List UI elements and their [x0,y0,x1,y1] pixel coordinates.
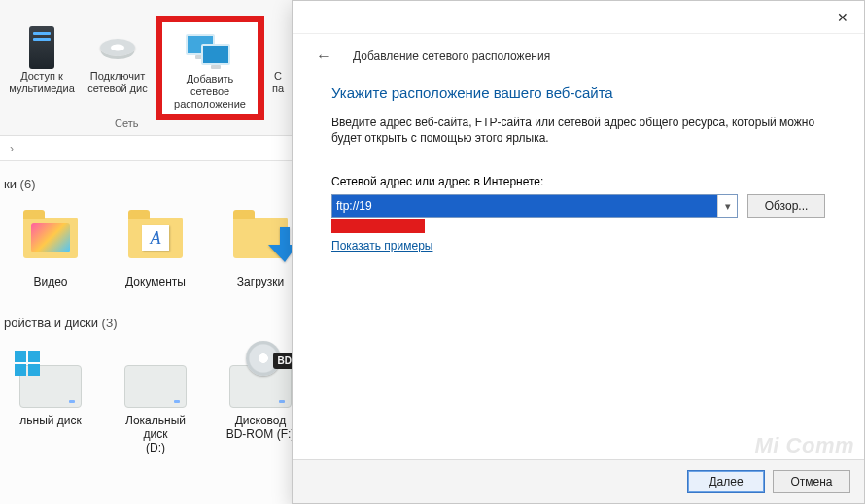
section-title: ки [4,177,17,191]
folder-documents[interactable]: Документы [115,207,196,288]
drive-icon [19,365,82,408]
device-local-disk-c[interactable]: льный диск [10,346,91,454]
folder-downloads[interactable]: Загрузки [220,207,301,288]
ribbon-add-network-location[interactable]: Добавить сетевое расположение [164,24,256,113]
button-label: Обзор... [765,199,809,213]
device-local-disk-d[interactable]: Локальный диск (D:) [115,346,196,454]
item-label: Локальный диск [125,414,186,441]
button-label: Далее [709,475,743,488]
section-count: (6) [20,177,36,191]
windows-badge-icon [15,351,42,378]
svg-rect-2 [15,364,26,376]
device-bdrom[interactable]: BD Дисковод BD-ROM (F:) [220,346,301,454]
ribbon-highlight: Добавить сетевое расположение [156,16,264,120]
ribbon-label: па [272,83,284,95]
item-label: (D:) [146,441,165,454]
close-button[interactable]: ✕ [821,1,864,33]
ribbon-label: Добавить сетевое [166,73,254,98]
ribbon-label: Подключит [87,70,147,83]
drive-icon: BD [229,365,292,408]
chevron-right-icon: › [6,142,17,155]
back-button[interactable]: ← [310,44,337,69]
address-input[interactable] [332,195,717,217]
item-label: Документы [115,275,196,288]
ribbon-cut-button[interactable]: С па [264,25,292,97]
drive-icon [100,39,135,56]
ribbon-map-drive[interactable]: Подключит сетевой дис [80,25,156,97]
ribbon-label: сетевой дис [87,83,147,95]
item-label: BD-ROM (F:) [226,427,295,441]
back-arrow-icon: ← [316,48,331,64]
item-label: льный диск [19,414,82,427]
add-network-location-dialog: ✕ ← Добавление сетевого расположения Ука… [292,0,865,504]
folder-video[interactable]: Видео [10,207,91,288]
dialog-instruction: Введите адрес веб-сайта, FTP-сайта или с… [331,115,825,146]
folder-icon [23,218,78,258]
next-button[interactable]: Далее [687,470,765,493]
show-examples-link[interactable]: Показать примеры [331,239,432,252]
drive-icon [124,365,187,408]
close-icon: ✕ [837,10,848,25]
folder-icon [128,218,183,258]
item-label: Загрузки [220,275,301,288]
svg-rect-3 [28,364,40,376]
address-label: Сетевой адрес или адрес в Интернете: [331,175,825,188]
redacted-region [331,219,425,233]
item-label: Видео [10,275,91,288]
dialog-header: ← Добавление сетевого расположения [293,34,864,77]
ribbon-group-label: Сеть [115,118,138,129]
chevron-down-icon[interactable]: ▾ [717,195,737,217]
dialog-heading: Укажите расположение вашего веб-сайта [331,84,825,101]
ribbon-media-access[interactable]: Доступ к мультимедиа [4,25,80,97]
ribbon-label: расположение [166,98,254,111]
link-label: Показать примеры [331,239,432,252]
server-icon [29,26,54,69]
item-label: Дисковод [235,414,287,427]
svg-rect-0 [15,351,26,362]
ribbon-label: С [272,70,284,83]
dialog-titlebar: ✕ [293,1,864,34]
folder-icon [233,218,288,258]
section-count: (3) [102,316,118,330]
wizard-title: Добавление сетевого расположения [353,50,550,63]
section-title: ройства и диски [4,316,98,330]
monitors-icon [186,34,234,67]
address-combobox[interactable]: ▾ [331,194,738,218]
svg-rect-1 [28,351,40,362]
ribbon-label: мультимедиа [9,83,75,95]
dialog-body: Укажите расположение вашего веб-сайта Вв… [293,77,864,459]
ribbon-label: Доступ к [9,70,75,83]
dialog-footer: Далее Отмена [293,459,864,503]
button-label: Отмена [790,475,832,488]
cancel-button[interactable]: Отмена [773,470,850,493]
browse-button[interactable]: Обзор... [747,194,825,218]
